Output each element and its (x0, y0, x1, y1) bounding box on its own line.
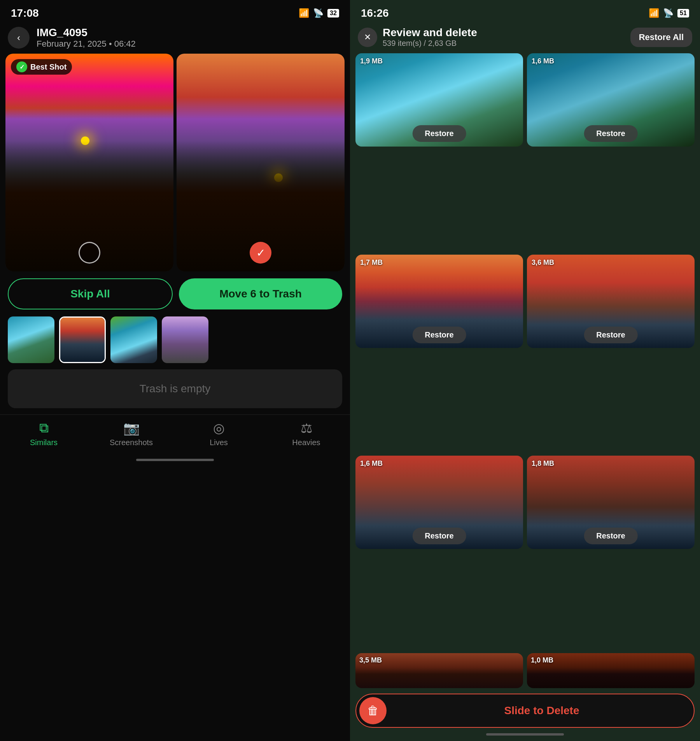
close-button[interactable]: ✕ (358, 28, 377, 47)
lives-label: Lives (210, 438, 228, 447)
sunset-photo-left (5, 54, 173, 271)
screenshots-icon: 📷 (123, 420, 140, 436)
select-circle[interactable] (79, 242, 100, 264)
sunset-photo-right (177, 54, 345, 271)
thumb-3[interactable] (110, 316, 157, 363)
sun-right (274, 173, 283, 182)
partial-photo-row: 3,5 MB 1,0 MB (350, 653, 700, 688)
partial-size-8: 1,0 MB (531, 656, 553, 664)
thumb-4[interactable] (162, 316, 208, 363)
restore-button-5[interactable]: Restore (412, 528, 466, 544)
review-header: ✕ Review and delete 539 item(s) / 2,63 G… (350, 23, 700, 53)
photo-grid: 1,9 MB Restore 1,6 MB Restore 1,7 MB Res… (350, 53, 700, 653)
similars-icon: ⧉ (39, 420, 49, 436)
thumb-cove-img (110, 316, 157, 363)
slide-delete-label: Slide to Delete (393, 704, 691, 717)
home-indicator-left (136, 459, 214, 461)
grid-photo-2[interactable]: 1,6 MB Restore (527, 53, 695, 147)
photo-duplicate[interactable]: ✓ (177, 54, 345, 271)
restore-button-3[interactable]: Restore (412, 327, 466, 343)
nav-heavies[interactable]: ⚖ Heavies (262, 420, 350, 447)
review-title-block: Review and delete 539 item(s) / 2,63 GB (383, 26, 625, 48)
review-subtitle: 539 item(s) / 2,63 GB (383, 39, 625, 48)
partial-size-7: 3,5 MB (359, 656, 382, 664)
signal-icon-right: 📶 (649, 8, 659, 18)
nav-screenshots[interactable]: 📷 Screenshots (88, 420, 175, 447)
screenshots-label: Screenshots (110, 438, 153, 447)
select-check[interactable]: ✓ (250, 242, 271, 264)
signal-icon: 📶 (299, 8, 309, 18)
trash-empty-label: Trash is empty (140, 383, 211, 395)
left-panel: 17:08 📶 📡 32 ‹ IMG_4095 February 21, 202… (0, 0, 350, 741)
restore-button-6[interactable]: Restore (584, 528, 637, 544)
trash-box: Trash is empty (8, 369, 342, 408)
photo-size-4: 3,6 MB (532, 259, 554, 267)
time-left: 17:08 (11, 7, 39, 19)
nav-lives[interactable]: ◎ Lives (175, 420, 262, 447)
wifi-icon: 📡 (313, 8, 324, 18)
thumb-2-selected[interactable] (59, 316, 106, 363)
restore-button-2[interactable]: Restore (584, 125, 637, 142)
photo-size-6: 1,8 MB (532, 460, 554, 468)
photo-best[interactable]: ✓ Best Shot (5, 54, 173, 271)
move-to-trash-button[interactable]: Move 6 to Trash (179, 278, 342, 309)
sun-left (81, 136, 89, 145)
nav-similars[interactable]: ⧉ Similars (0, 420, 88, 447)
photo-comparison: ✓ Best Shot ✓ (0, 54, 350, 271)
best-shot-label: Best Shot (30, 63, 66, 72)
status-bar-right: 16:26 📶 📡 51 (350, 0, 700, 23)
skip-all-button[interactable]: Skip All (8, 278, 173, 309)
trash-icon: 🗑 (367, 704, 379, 717)
action-buttons: Skip All Move 6 to Trash (0, 271, 350, 316)
thumb-1[interactable] (8, 316, 54, 363)
close-icon: ✕ (364, 32, 371, 42)
battery-left: 32 (327, 9, 339, 17)
heavies-icon: ⚖ (301, 420, 312, 436)
partial-photo-8[interactable]: 1,0 MB (527, 653, 695, 688)
status-icons-right: 📶 📡 51 (649, 8, 689, 18)
partial-photo-7[interactable]: 3,5 MB (355, 653, 523, 688)
home-indicator-right (486, 733, 564, 736)
photo-size-5: 1,6 MB (360, 460, 383, 468)
lives-icon: ◎ (213, 420, 225, 436)
best-shot-badge: ✓ Best Shot (11, 59, 72, 75)
photo-size-3: 1,7 MB (360, 259, 383, 267)
back-button[interactable]: ‹ (8, 27, 30, 49)
thumb-beach-img (8, 316, 54, 363)
back-icon: ‹ (17, 32, 20, 43)
review-title: Review and delete (383, 26, 625, 39)
photo-title-block: IMG_4095 February 21, 2025 • 06:42 (37, 26, 136, 49)
heavies-label: Heavies (292, 438, 320, 447)
wifi-icon-right: 📡 (663, 8, 674, 18)
grid-photo-6[interactable]: 1,8 MB Restore (527, 456, 695, 549)
right-panel: 16:26 📶 📡 51 ✕ Review and delete 539 ite… (350, 0, 700, 741)
thumb-cat-img (162, 316, 208, 363)
image-name: IMG_4095 (37, 26, 136, 39)
photo-size-1: 1,9 MB (360, 57, 383, 65)
restore-button-4[interactable]: Restore (584, 327, 637, 343)
grid-photo-4[interactable]: 3,6 MB Restore (527, 255, 695, 348)
restore-all-button[interactable]: Restore All (630, 28, 692, 47)
grid-photo-3[interactable]: 1,7 MB Restore (355, 255, 523, 348)
bottom-nav: ⧉ Similars 📷 Screenshots ◎ Lives ⚖ Heavi… (0, 414, 350, 459)
restore-button-1[interactable]: Restore (412, 125, 466, 142)
grid-photo-1[interactable]: 1,9 MB Restore (355, 53, 523, 147)
status-icons-left: 📶 📡 32 (299, 8, 339, 18)
best-shot-icon: ✓ (16, 61, 27, 72)
photo-size-2: 1,6 MB (532, 57, 554, 65)
similars-label: Similars (30, 438, 58, 447)
thumb-sunset-img (60, 318, 105, 362)
battery-right: 51 (677, 9, 689, 17)
photo-header: ‹ IMG_4095 February 21, 2025 • 06:42 (0, 23, 350, 54)
image-date: February 21, 2025 • 06:42 (37, 39, 136, 49)
thumbnails-row (0, 316, 350, 369)
delete-circle-button[interactable]: 🗑 (359, 697, 387, 724)
time-right: 16:26 (361, 7, 389, 19)
status-bar-left: 17:08 📶 📡 32 (0, 0, 350, 23)
slide-delete-bar[interactable]: 🗑 Slide to Delete (355, 694, 695, 728)
grid-photo-5[interactable]: 1,6 MB Restore (355, 456, 523, 549)
